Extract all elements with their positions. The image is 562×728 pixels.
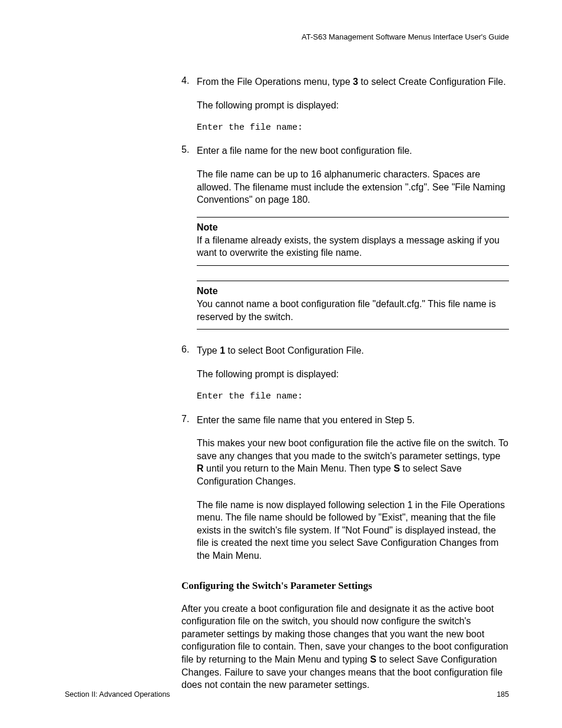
- step-body: Enter the same file name that you entere…: [197, 414, 509, 562]
- note-box-2: Note You cannot name a boot configuratio…: [197, 281, 509, 330]
- page-footer: Section II: Advanced Operations 185: [65, 690, 509, 699]
- step-7: 7. Enter the same file name that you ent…: [181, 414, 509, 562]
- section-block: Configuring the Switch's Parameter Setti…: [181, 580, 509, 691]
- step-5-p2: The file name can be up to 16 alphanumer…: [197, 168, 509, 206]
- step-4-p2: The following prompt is displayed:: [197, 99, 509, 112]
- bold-key: 1: [220, 345, 225, 355]
- text: This makes your new boot configuration f…: [197, 438, 508, 461]
- step-6-p2: The following prompt is displayed:: [197, 368, 509, 381]
- guide-title: AT-S63 Management Software Menus Interfa…: [302, 32, 509, 41]
- step-body: Enter a file name for the new boot confi…: [197, 144, 509, 206]
- bold-key: 3: [353, 77, 358, 87]
- step-number: 5.: [181, 144, 197, 206]
- text: until you return to the Main Menu. Then …: [204, 463, 394, 473]
- text: Type: [197, 345, 220, 355]
- step-7-p3: The file name is now displayed following…: [197, 499, 509, 562]
- body-paragraph: After you create a boot configuration fi…: [181, 602, 509, 691]
- step-6: 6. Type 1 to select Boot Configuration F…: [181, 344, 509, 403]
- text: to select Boot Configuration File.: [225, 345, 364, 355]
- step-number: 6.: [181, 344, 197, 403]
- note-text: If a filename already exists, the system…: [197, 234, 509, 259]
- subheading: Configuring the Switch's Parameter Setti…: [181, 580, 509, 592]
- footer-page-number: 185: [497, 690, 509, 699]
- step-6-prompt: Enter the file name:: [197, 391, 509, 403]
- step-number: 7.: [181, 414, 197, 562]
- step-body: Type 1 to select Boot Configuration File…: [197, 344, 509, 403]
- page-header: AT-S63 Management Software Menus Interfa…: [65, 32, 509, 41]
- bold-key: S: [370, 654, 376, 664]
- bold-key: S: [394, 463, 400, 473]
- step-5-p1: Enter a file name for the new boot confi…: [197, 144, 509, 157]
- step-7-p2: This makes your new boot configuration f…: [197, 437, 509, 487]
- note-label: Note: [197, 222, 509, 233]
- main-content: 4. From the File Operations menu, type 3…: [181, 75, 509, 562]
- text: to select Create Configuration File.: [358, 77, 506, 87]
- footer-section: Section II: Advanced Operations: [65, 690, 170, 699]
- step-5: 5. Enter a file name for the new boot co…: [181, 144, 509, 206]
- step-7-p1: Enter the same file name that you entere…: [197, 414, 509, 427]
- bold-key: R: [197, 463, 204, 473]
- step-number: 4.: [181, 75, 197, 134]
- page: AT-S63 Management Software Menus Interfa…: [0, 0, 562, 728]
- note-text: You cannot name a boot configuration fil…: [197, 298, 509, 323]
- step-4-prompt: Enter the file name:: [197, 122, 509, 134]
- step-body: From the File Operations menu, type 3 to…: [197, 75, 509, 134]
- step-4-p1: From the File Operations menu, type 3 to…: [197, 75, 509, 88]
- note-box-1: Note If a filename already exists, the s…: [197, 217, 509, 266]
- note-label: Note: [197, 286, 509, 297]
- text: From the File Operations menu, type: [197, 77, 353, 87]
- step-4: 4. From the File Operations menu, type 3…: [181, 75, 509, 134]
- step-6-p1: Type 1 to select Boot Configuration File…: [197, 344, 509, 357]
